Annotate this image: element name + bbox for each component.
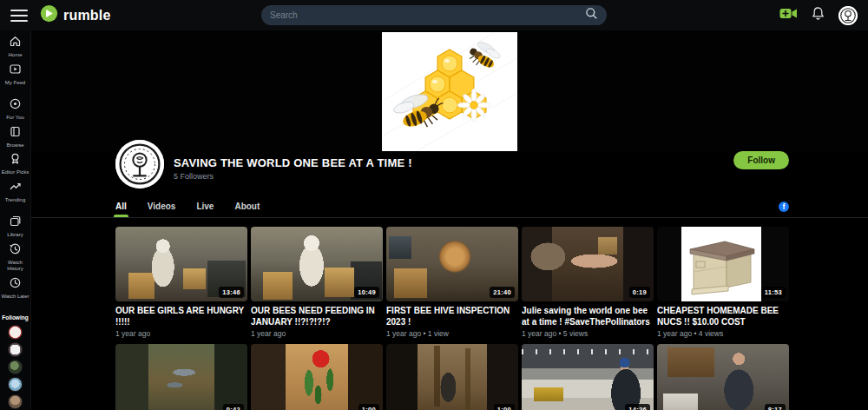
following-channel-avatar[interactable] <box>8 342 23 357</box>
channel-avatar[interactable] <box>115 140 164 188</box>
sidebar-item-my-feed[interactable]: My Feed <box>0 63 31 87</box>
tab-all[interactable]: All <box>115 202 127 217</box>
nuc-box-image <box>681 227 761 301</box>
channel-name: SAVING THE WORLD ONE BEE AT A TIME ! <box>174 156 412 169</box>
video-card[interactable]: 14:26 #hivelife 2023 TAG/COMMENT FOR <box>522 344 654 410</box>
video-card[interactable]: 11:53 CHEAPEST HOMEMADE BEE NUCS !! $10.… <box>657 227 789 339</box>
my-feed-icon <box>9 63 22 79</box>
video-title[interactable]: Julie saving the world one bee at a time… <box>522 306 654 327</box>
video-duration-badge: 13:46 <box>219 287 244 298</box>
editor-picks-icon <box>9 152 22 169</box>
video-card[interactable]: 21:40 FIRST BEE HIVE INSPECTION 2023 ! 1… <box>386 227 518 339</box>
sidebar-item-label: Watch History <box>1 260 30 273</box>
video-duration-badge: 21:40 <box>490 287 515 298</box>
video-title[interactable]: CHEAPEST HOMEMADE BEE NUCS !! $10.00 COS… <box>657 306 789 327</box>
search-input[interactable] <box>270 10 585 20</box>
video-duration-badge: 1:00 <box>494 404 515 410</box>
video-card[interactable]: 0:19 Julie saving the world one bee at a… <box>522 227 654 339</box>
following-channel-avatar[interactable] <box>8 377 23 392</box>
sidebar-item-home[interactable]: Home <box>0 35 31 59</box>
tab-live[interactable]: Live <box>196 202 214 217</box>
video-thumbnail[interactable]: 0:19 <box>522 227 654 301</box>
video-title[interactable]: FIRST BEE HIVE INSPECTION 2023 ! <box>386 306 518 327</box>
rumble-logo[interactable]: rumble <box>40 4 111 26</box>
video-duration-badge: 8:17 <box>765 404 786 410</box>
video-thumbnail[interactable]: 21:40 <box>386 227 518 301</box>
sidebar-item-editor-picks[interactable]: Editor Picks <box>0 152 31 176</box>
video-thumbnail[interactable]: 10:49 <box>251 227 383 301</box>
video-meta: 1 year ago <box>251 329 383 339</box>
channel-header: SAVING THE WORLD ONE BEE AT A TIME ! 5 F… <box>115 153 789 191</box>
sidebar-item-label: For You <box>6 115 24 122</box>
sidebar-item-label: Home <box>8 52 22 59</box>
video-card[interactable]: 13:46 OUR BEE GIRLS ARE HUNGRY !!!!! 1 y… <box>115 227 247 339</box>
channel-banner <box>31 30 868 153</box>
rumble-channel-page: rumble Home <box>0 0 868 410</box>
hamburger-menu-icon[interactable] <box>10 9 28 23</box>
video-duration-badge: 0:19 <box>629 287 650 298</box>
home-icon <box>9 35 22 51</box>
sidebar-item-label: Watch Later <box>1 294 29 301</box>
video-duration-badge: 1:00 <box>358 404 379 410</box>
following-channel-avatar[interactable] <box>8 325 23 340</box>
library-icon <box>9 215 22 231</box>
channel-tabs-strip: All Videos Live About f <box>31 196 868 218</box>
channel-banner-image <box>382 32 517 151</box>
following-channel-avatar[interactable] <box>8 394 23 409</box>
browse-icon <box>9 125 22 142</box>
video-card[interactable]: 10:49 OUR BEES NEED FEEDING IN JANUARY !… <box>251 227 383 339</box>
watch-history-icon <box>9 242 22 259</box>
main-content: SAVING THE WORLD ONE BEE AT A TIME ! 5 F… <box>31 30 868 410</box>
sidebar-item-label: My Feed <box>5 80 25 87</box>
watch-later-icon <box>9 276 22 293</box>
tab-about[interactable]: About <box>234 202 260 217</box>
video-thumbnail[interactable]: 14:26 <box>522 344 654 410</box>
video-duration-badge: 10:49 <box>354 287 379 298</box>
facebook-icon[interactable]: f <box>779 202 789 212</box>
video-card[interactable]: 8:17 HIVE LIFE BEST BUYS 2023 !!! #hivel… <box>657 344 789 410</box>
video-meta: 1 year ago <box>115 329 247 339</box>
video-thumbnail[interactable]: 8:17 <box>657 344 789 410</box>
sidebar-item-label: Editor Picks <box>2 169 30 176</box>
video-title[interactable]: OUR BEE GIRLS ARE HUNGRY !!!!! <box>115 306 247 327</box>
video-thumbnail[interactable]: 13:46 <box>115 227 247 301</box>
rumble-logo-text: rumble <box>63 8 111 23</box>
trending-icon <box>9 180 22 196</box>
upload-camera-icon[interactable] <box>779 7 798 23</box>
sidebar-item-watch-later[interactable]: Watch Later <box>0 276 31 301</box>
left-sidebar: Home My Feed For You Browse Editor Picks… <box>0 30 31 410</box>
sidebar-item-watch-history[interactable]: Watch History <box>0 242 31 273</box>
sidebar-item-trending[interactable]: Trending <box>0 180 31 204</box>
for-you-icon <box>9 97 22 114</box>
video-meta: 1 year ago • 4 views <box>657 329 789 339</box>
top-navbar: rumble <box>0 0 868 30</box>
video-card[interactable]: 1:00 Target shooting keeping the guns ke… <box>386 344 518 410</box>
video-meta: 1 year ago • 5 views <box>522 329 654 339</box>
sidebar-item-label: Library <box>7 232 23 239</box>
sidebar-item-label: Trending <box>5 197 25 204</box>
video-thumbnail[interactable]: 1:00 <box>386 344 518 410</box>
video-duration-badge: 0:42 <box>223 404 244 410</box>
sidebar-item-for-you[interactable]: For You <box>0 97 31 122</box>
search-icon[interactable] <box>585 7 598 23</box>
video-thumbnail[interactable]: 1:00 <box>251 344 383 410</box>
follow-button[interactable]: Follow <box>733 151 789 169</box>
video-thumbnail[interactable]: 11:53 <box>657 227 789 301</box>
video-card[interactable]: 0:42 #TennesseePyramidFishing ! <box>115 344 247 410</box>
video-meta: 1 year ago • 1 view <box>386 329 518 339</box>
sidebar-item-browse[interactable]: Browse <box>0 125 31 149</box>
video-grid: 13:46 OUR BEE GIRLS ARE HUNGRY !!!!! 1 y… <box>115 227 789 410</box>
user-avatar[interactable] <box>838 6 858 25</box>
following-section-label: Following <box>2 314 28 321</box>
channel-followers-count: 5 Followers <box>174 172 412 181</box>
sidebar-item-library[interactable]: Library <box>0 215 31 239</box>
video-duration-badge: 11:53 <box>761 287 786 298</box>
video-thumbnail[interactable]: 0:42 <box>115 344 247 410</box>
following-channel-avatar[interactable] <box>8 360 23 374</box>
notifications-bell-icon[interactable] <box>812 6 825 24</box>
sidebar-item-label: Browse <box>6 142 23 149</box>
video-card[interactable]: 1:00 Pollen pollen pollen !!!!! <box>251 344 383 410</box>
tab-videos[interactable]: Videos <box>148 202 176 217</box>
video-duration-badge: 14:26 <box>625 404 650 410</box>
video-title[interactable]: OUR BEES NEED FEEDING IN JANUARY !!?!?!?… <box>251 306 383 327</box>
